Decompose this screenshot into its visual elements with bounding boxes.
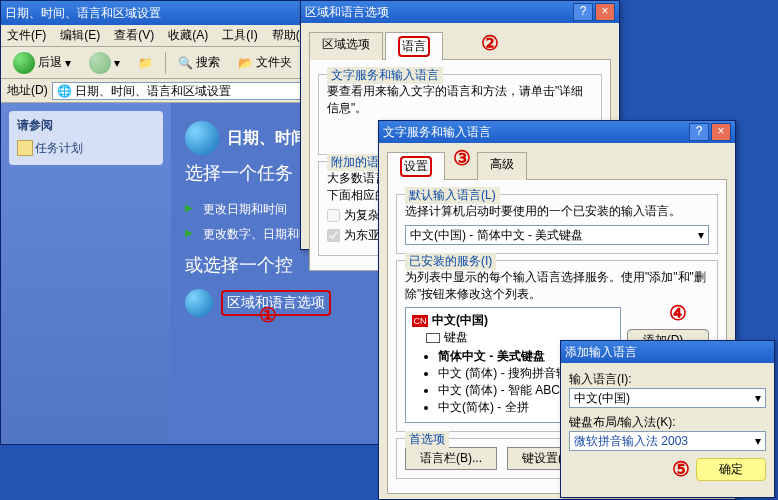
language-bar-button[interactable]: 语言栏(B)...	[405, 447, 497, 470]
default-lang-group: 默认输入语言(L) 选择计算机启动时要使用的一个已安装的输入语言。 中文(中国)…	[396, 194, 718, 254]
menu-edit[interactable]: 编辑(E)	[60, 27, 100, 44]
forward-icon	[89, 52, 111, 74]
input-lang-combo[interactable]: 中文(中国)	[569, 388, 766, 408]
folders-button[interactable]: 📂 文件夹	[232, 51, 298, 74]
see-also-box: 请参阅 任务计划	[9, 111, 163, 165]
back-button[interactable]: 后退 ▾	[7, 49, 77, 77]
close-button[interactable]: ×	[595, 3, 615, 21]
menu-fav[interactable]: 收藏(A)	[168, 27, 208, 44]
keyboard-icon	[426, 333, 440, 343]
dialog-titlebar[interactable]: 添加输入语言	[561, 341, 774, 363]
tab-strip: 设置 ③ 高级	[387, 151, 727, 180]
tab-language[interactable]: 语言	[385, 32, 443, 60]
tab-strip: 区域选项 语言 ②	[309, 31, 611, 60]
side-item-tasks[interactable]: 任务计划	[17, 138, 155, 159]
dialog-titlebar[interactable]: 文字服务和输入语言 ? ×	[379, 121, 735, 143]
menu-file[interactable]: 文件(F)	[7, 27, 46, 44]
window-title: 日期、时间、语言和区域设置	[5, 5, 161, 22]
region-language-link[interactable]: 区域和语言选项	[221, 290, 331, 316]
dialog-title: 文字服务和输入语言	[383, 124, 491, 141]
tab-settings[interactable]: 设置	[387, 152, 445, 180]
group-text: 要查看用来输入文字的语言和方法，请单击"详细信息"。	[327, 83, 593, 117]
tab-advanced[interactable]: 高级	[477, 152, 527, 180]
kb-layout-combo[interactable]: 微软拼音输入法 2003	[569, 431, 766, 451]
default-lang-combo[interactable]: 中文(中国) - 简体中文 - 美式键盘	[405, 225, 709, 245]
annotation-3: ③	[453, 151, 471, 179]
add-input-dialog: 添加输入语言 输入语言(I): 中文(中国) 键盘布局/输入法(K): 微软拼音…	[560, 340, 775, 498]
annotation-5: ⑤	[672, 457, 690, 481]
up-button[interactable]: 📁	[132, 53, 159, 73]
kb-layout-label: 键盘布局/输入法(K):	[569, 414, 766, 431]
help-button[interactable]: ?	[689, 123, 709, 141]
help-button[interactable]: ?	[573, 3, 593, 21]
tab-region[interactable]: 区域选项	[309, 32, 383, 60]
side-header: 请参阅	[17, 117, 155, 134]
menu-tools[interactable]: 工具(I)	[222, 27, 257, 44]
input-lang-label: 输入语言(I):	[569, 371, 766, 388]
forward-button[interactable]: ▾	[83, 49, 126, 77]
side-panel: 请参阅 任务计划	[1, 103, 171, 444]
globe-icon	[185, 289, 213, 317]
search-button[interactable]: 🔍 搜索	[172, 51, 226, 74]
menu-view[interactable]: 查看(V)	[114, 27, 154, 44]
dialog-title: 区域和语言选项	[305, 4, 389, 21]
globe-icon	[185, 121, 219, 155]
dialog-titlebar[interactable]: 区域和语言选项 ? ×	[301, 1, 619, 23]
dialog-title: 添加输入语言	[565, 344, 637, 361]
group-title: 文字服务和输入语言	[327, 67, 443, 84]
cn-flag-icon: CN	[412, 315, 428, 327]
annotation-2: ②	[481, 31, 499, 59]
address-label: 地址(D)	[7, 82, 48, 99]
back-icon	[13, 52, 35, 74]
annotation-4: ④	[669, 301, 687, 325]
ok-button[interactable]: 确定	[696, 458, 766, 481]
close-button[interactable]: ×	[711, 123, 731, 141]
